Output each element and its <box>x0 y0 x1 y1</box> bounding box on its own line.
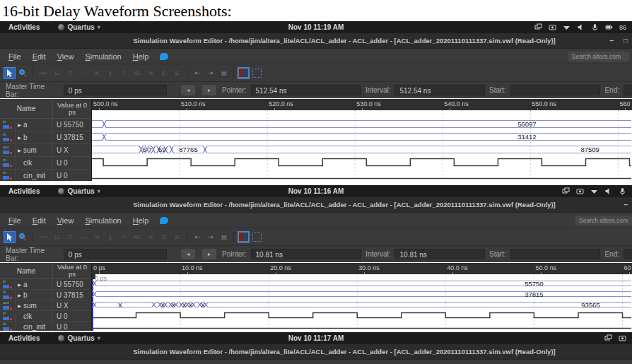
waveform-clk[interactable] <box>92 156 631 169</box>
count-value-icon[interactable]: XC <box>131 231 143 243</box>
force-weak-low-icon[interactable]: X( <box>90 231 103 243</box>
expand-arrow-icon[interactable]: ▶ <box>16 135 23 140</box>
menu-help[interactable]: Help <box>127 216 155 225</box>
force-high-z-icon[interactable]: — <box>77 231 89 243</box>
force-low-icon[interactable]: ⊔ <box>50 231 62 243</box>
menu-file[interactable]: File <box>3 216 27 225</box>
search-input[interactable]: Search altera.com <box>575 216 632 225</box>
menu-simulation[interactable]: Simulation <box>79 216 127 225</box>
force-weak-high-icon[interactable]: )( <box>104 67 116 79</box>
wifi-icon[interactable] <box>563 23 570 31</box>
arbitrary-value-icon[interactable]: )C <box>158 231 170 243</box>
force-weak-low-icon[interactable]: X( <box>90 67 103 79</box>
selection-tool-icon[interactable] <box>4 67 16 79</box>
menu-view[interactable]: View <box>52 52 80 61</box>
run-timing-simulation-icon[interactable] <box>251 67 263 79</box>
signal-row-a[interactable]: in▶aU 55750 <box>0 279 91 290</box>
zoom-tool-icon[interactable] <box>17 231 29 243</box>
force-weak-unknown-icon[interactable]: ≡ <box>117 231 129 243</box>
windows-icon[interactable] <box>534 23 542 31</box>
export-waveform-icon[interactable]: ▤ <box>218 231 230 243</box>
app-menu-quartus[interactable]: Quartus▾ <box>58 23 100 31</box>
waveform-clk[interactable] <box>92 310 631 321</box>
screencast-icon[interactable] <box>576 187 584 195</box>
signal-row-b[interactable]: in▶bU 37815 <box>0 131 91 144</box>
timebar-back-button[interactable]: ◂ <box>181 249 195 259</box>
snap-to-edge-icon[interactable]: ⇤ <box>191 67 203 79</box>
signal-row-sum[interactable]: out▶sumU X <box>0 300 91 311</box>
start-time-field[interactable] <box>510 249 601 259</box>
expand-arrow-icon[interactable]: ▶ <box>16 293 23 298</box>
activities-button[interactable]: Activities <box>6 334 42 342</box>
pointer-time-field[interactable]: 10.81 ns <box>251 249 361 259</box>
windows-icon[interactable] <box>562 187 570 195</box>
snap-to-edge-icon[interactable]: ⇤ <box>191 231 203 243</box>
snap-to-transition-icon[interactable]: ⇥ <box>204 67 216 79</box>
force-weak-unknown-icon[interactable]: ≡ <box>117 67 129 79</box>
expand-arrow-icon[interactable]: ▶ <box>16 282 23 287</box>
selection-tool-icon[interactable] <box>4 231 16 243</box>
force-low-icon[interactable]: ⊔ <box>50 67 62 79</box>
master-time-field[interactable]: 0 ps <box>64 249 167 259</box>
menu-help[interactable]: Help <box>127 52 155 61</box>
waveform-b[interactable]: 37815 <box>92 289 631 300</box>
expand-arrow-icon[interactable]: ▶ <box>16 122 23 127</box>
signal-row-cin_init[interactable]: incin_initU 0 <box>0 170 91 181</box>
waveform-canvas[interactable]: 0 ps5575037815XXXXXX93565 <box>92 274 632 331</box>
wifi-icon[interactable] <box>590 187 598 195</box>
signal-row-cin_init[interactable]: incin_initU 0 <box>0 322 91 331</box>
minimize-button[interactable]: – <box>609 37 614 45</box>
signal-row-a[interactable]: in▶aU 55750 <box>0 119 91 131</box>
menu-simulation[interactable]: Simulation <box>79 52 127 61</box>
waveform-canvas[interactable]: 560973141267598776587509 <box>92 110 632 181</box>
overwrite-clock-icon[interactable]: X▪ <box>144 67 156 79</box>
force-unknown-icon[interactable]: ××× <box>37 67 49 79</box>
zoom-tool-icon[interactable] <box>17 67 29 79</box>
screencast-icon[interactable] <box>619 334 626 342</box>
activities-button[interactable]: Activities <box>6 23 42 31</box>
feedback-bubble-icon[interactable] <box>160 53 168 60</box>
count-value-icon[interactable]: XC <box>131 67 143 79</box>
menu-edit[interactable]: Edit <box>27 52 52 61</box>
master-time-field[interactable]: 0 ps <box>64 85 167 95</box>
random-value-icon[interactable]: )C <box>171 231 183 243</box>
volume-icon[interactable] <box>604 187 612 195</box>
timebar-forward-button[interactable]: ▸ <box>202 85 216 95</box>
force-unknown-icon[interactable]: ××× <box>37 231 49 243</box>
run-functional-simulation-icon[interactable] <box>238 67 250 79</box>
force-high-icon[interactable]: ⊓ <box>64 67 76 79</box>
app-menu-quartus[interactable]: Quartus▾ <box>58 187 100 195</box>
signal-row-clk[interactable]: inclkU 0 <box>0 311 91 322</box>
random-value-icon[interactable]: )C <box>171 67 183 79</box>
minimize-button[interactable]: – <box>624 201 628 209</box>
run-functional-simulation-icon[interactable] <box>238 231 250 243</box>
timebar-forward-button[interactable]: ▸ <box>202 249 216 259</box>
waveform-cin_init[interactable] <box>92 169 631 181</box>
force-high-icon[interactable]: ⊓ <box>64 231 76 243</box>
pointer-time-field[interactable]: 512.54 ns <box>251 85 361 95</box>
end-time-field[interactable] <box>624 85 632 95</box>
signal-row-sum[interactable]: out▶sumU X <box>0 144 91 157</box>
menu-file[interactable]: File <box>3 52 27 61</box>
timebar-back-button[interactable]: ◂ <box>181 85 195 95</box>
microphone-icon[interactable] <box>619 187 626 195</box>
export-waveform-icon[interactable]: ▤ <box>218 67 230 79</box>
screencast-icon[interactable] <box>549 23 556 31</box>
waveform-b[interactable]: 31412 <box>92 131 631 143</box>
start-time-field[interactable] <box>510 85 601 95</box>
signal-row-b[interactable]: in▶bU 37815 <box>0 290 91 300</box>
search-input[interactable]: Search altera.com <box>568 52 629 61</box>
menu-edit[interactable]: Edit <box>27 216 52 225</box>
menu-view[interactable]: View <box>52 216 80 225</box>
maximize-button[interactable]: □ <box>624 37 628 45</box>
waveform-a[interactable]: 56097 <box>92 118 631 131</box>
overwrite-clock-icon[interactable]: X▪ <box>144 231 156 243</box>
interval-time-field[interactable]: 512.54 ns <box>394 85 485 95</box>
run-timing-simulation-icon[interactable] <box>251 231 263 243</box>
arbitrary-value-icon[interactable]: )C <box>158 67 170 79</box>
waveform-sum[interactable]: XXXXXX93565 <box>92 300 631 310</box>
snap-to-transition-icon[interactable]: ⇥ <box>204 231 216 243</box>
expand-arrow-icon[interactable]: ▶ <box>16 148 23 153</box>
interval-time-field[interactable]: 10.81 ns <box>394 249 485 259</box>
signal-row-clk[interactable]: inclkU 0 <box>0 157 91 170</box>
